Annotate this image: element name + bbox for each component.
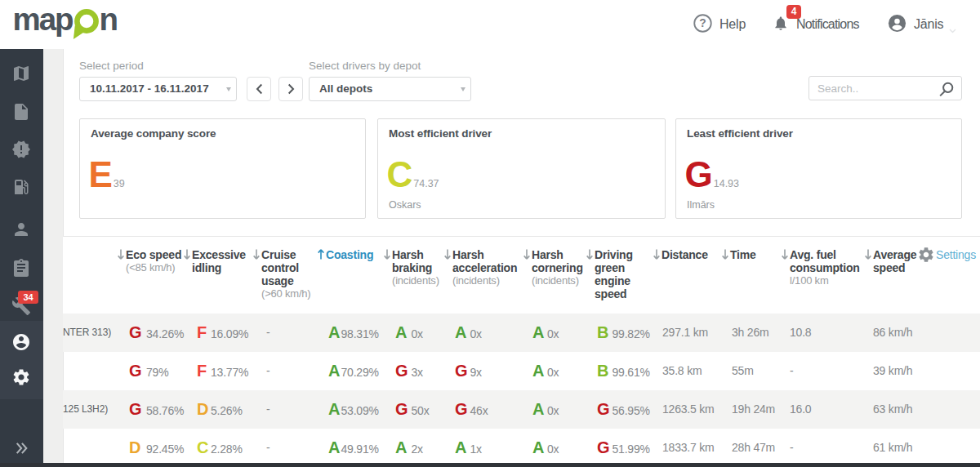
- grade-letter: A: [395, 429, 412, 467]
- depot-select[interactable]: All depots: [309, 77, 471, 101]
- table-row[interactable]: 125 L3H2)G58.76%D5.26%-A53.09%G50xG46xA0…: [63, 390, 980, 429]
- cell-value: 297.1 km: [662, 314, 708, 352]
- help-icon: ?: [693, 14, 712, 36]
- cell-value: 3h 26m: [732, 314, 769, 352]
- mapon-logo[interactable]: map n: [14, 7, 124, 47]
- grade-value: 14.93: [714, 166, 739, 202]
- user-menu[interactable]: Jānis: [888, 0, 943, 49]
- table-cell: A0x: [532, 314, 559, 352]
- table-cell: G46x: [455, 390, 488, 429]
- sort-arrow-icon: [318, 249, 324, 262]
- sidebar-item-map[interactable]: [11, 64, 31, 83]
- double-chevron-right-icon: [16, 443, 28, 454]
- column-header[interactable]: Eco speed(<85 km/h): [126, 248, 186, 274]
- search-icon[interactable]: [938, 81, 955, 101]
- column-header[interactable]: Distance: [662, 248, 724, 261]
- cell-value: 35.8 km: [662, 352, 702, 390]
- sidebar-item-settings[interactable]: [11, 367, 31, 387]
- column-sublabel: (>60 km/h): [261, 287, 318, 300]
- sort-arrow-icon: [865, 249, 871, 262]
- cell-value: 16.09%: [211, 327, 248, 340]
- grade-letter: A: [455, 314, 470, 352]
- column-header[interactable]: Harsh acceleration(incidents): [452, 248, 524, 287]
- grade-letter: F: [197, 352, 211, 390]
- column-header[interactable]: Driving green engine speed: [595, 248, 655, 300]
- column-label: Average speed: [873, 248, 920, 274]
- cell-value: 13.77%: [211, 366, 248, 379]
- cell-value: 34.26%: [146, 327, 184, 340]
- period-value: 10.11.2017 - 16.11.2017: [90, 82, 209, 95]
- table-cell: G58.76%: [129, 390, 184, 429]
- column-label: Harsh acceleration: [452, 248, 524, 274]
- table-cell: A0x: [395, 314, 423, 352]
- table-cell: B99.61%: [597, 352, 650, 390]
- grade-letter: A: [328, 352, 341, 390]
- cell-value: 56.95%: [612, 404, 650, 417]
- search-input[interactable]: [809, 77, 937, 100]
- app: map n ? Help Notifications 4: [0, 0, 980, 467]
- notifications-label: Notifications: [796, 17, 859, 32]
- table-settings-button[interactable]: Settings: [917, 246, 976, 264]
- card-average-company-score: Average company score E39: [79, 118, 366, 219]
- period-prev-button[interactable]: [247, 77, 271, 101]
- table-row[interactable]: NTER 313)G34.26%F16.09%-A98.31%A0xA0xA0x…: [63, 314, 980, 352]
- table-cell: G9x: [455, 352, 482, 390]
- cell-value: 98.31%: [341, 327, 379, 340]
- column-header[interactable]: Avg. fuel consumptionl/100 km: [790, 248, 865, 287]
- column-sublabel: (incidents): [452, 274, 524, 287]
- grade-letter: D: [197, 390, 211, 429]
- period-caret-icon: [226, 87, 231, 91]
- column-header[interactable]: Excessive idling: [192, 248, 254, 274]
- cell-value: 16.0: [790, 390, 811, 429]
- maintenance-count-badge: 34: [18, 291, 38, 304]
- sort-arrow-icon: [384, 249, 390, 262]
- column-label: Harsh braking: [392, 248, 446, 274]
- sort-arrow-icon: [523, 249, 530, 262]
- grade-letter: G: [455, 390, 470, 429]
- column-header[interactable]: Coasting: [326, 248, 381, 261]
- cell-value: 79%: [146, 366, 168, 379]
- cell-value: -: [790, 429, 793, 467]
- cell-value: 2.28%: [211, 443, 243, 456]
- notifications-button[interactable]: Notifications: [773, 0, 859, 49]
- cell-value: 1x: [470, 443, 482, 456]
- vehicle-name: NTER 313): [63, 314, 111, 352]
- grade-letter: A: [328, 429, 341, 467]
- alert-icon: [11, 140, 31, 159]
- sidebar-expand-button[interactable]: [16, 443, 28, 454]
- cell-value: 0x: [547, 327, 559, 340]
- period-select[interactable]: 10.11.2017 - 16.11.2017: [79, 77, 237, 101]
- column-sublabel: l/100 km: [790, 274, 865, 287]
- column-header[interactable]: Harsh braking(incidents): [392, 248, 446, 287]
- sidebar-item-tasks[interactable]: [11, 258, 31, 278]
- cell-value: 70.29%: [341, 366, 379, 379]
- card-title: Average company score: [91, 127, 216, 140]
- sort-arrow-icon: [253, 249, 260, 262]
- column-header[interactable]: Cruise control usage(>60 km/h): [261, 248, 318, 300]
- user-caret-icon: [949, 22, 956, 37]
- cell-value: 61 km/h: [873, 429, 912, 467]
- grade-letter: A: [328, 390, 341, 429]
- table-row[interactable]: D92.45%C2.28%-A49.91%A2xA1xA0xG51.99%183…: [63, 429, 980, 463]
- card-title: Most efficient driver: [389, 127, 492, 140]
- table-cell: G56.95%: [597, 390, 650, 429]
- document-icon: [11, 102, 31, 122]
- sidebar-item-account[interactable]: [11, 332, 31, 352]
- column-header[interactable]: Harsh cornering(incidents): [532, 248, 587, 287]
- help-button[interactable]: ? Help: [693, 0, 746, 49]
- cell-value: 53.09%: [341, 404, 379, 417]
- content-gutter: [43, 49, 63, 463]
- grade-letter: A: [328, 314, 341, 352]
- sidebar-item-alert[interactable]: [11, 140, 31, 159]
- table-row[interactable]: G79%F13.77%-A70.29%G3xG9xA0xB99.61%35.8 …: [63, 352, 980, 390]
- sidebar-item-driver[interactable]: [11, 220, 31, 239]
- sidebar-item-document[interactable]: [11, 102, 31, 122]
- sidebar-item-fuel[interactable]: [11, 177, 31, 197]
- table-cell: A1x: [455, 429, 482, 467]
- column-header[interactable]: Average speed: [873, 248, 920, 274]
- sort-arrow-icon: [722, 249, 728, 262]
- cell-value: -: [266, 390, 270, 429]
- period-next-button[interactable]: [278, 77, 303, 101]
- column-header[interactable]: Time: [730, 248, 782, 261]
- driver-icon: [11, 220, 31, 239]
